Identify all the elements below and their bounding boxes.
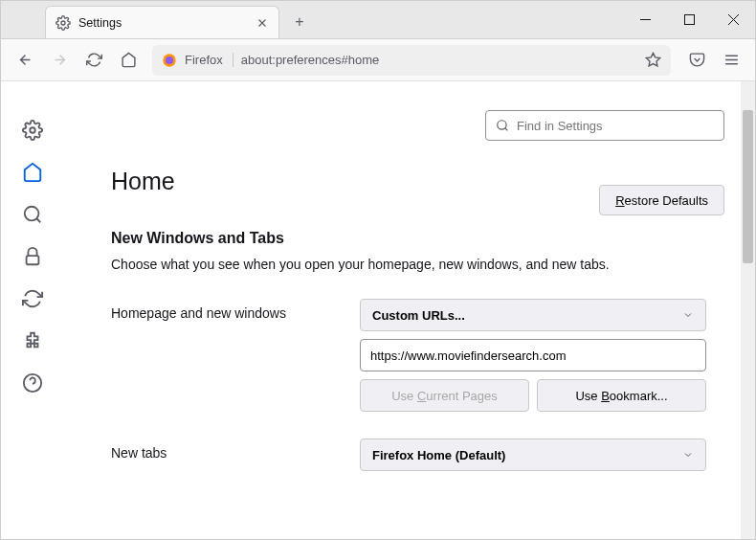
svg-point-5 bbox=[30, 127, 35, 133]
search-icon bbox=[496, 119, 509, 132]
tab-title: Settings bbox=[78, 16, 256, 30]
svg-marker-4 bbox=[646, 53, 659, 65]
scrollbar-thumb[interactable] bbox=[743, 110, 753, 263]
close-window-button[interactable] bbox=[711, 0, 755, 38]
home-button[interactable] bbox=[112, 44, 145, 77]
newtabs-label: New tabs bbox=[111, 439, 360, 461]
sidebar-sync-icon[interactable] bbox=[22, 288, 43, 309]
chevron-down-icon bbox=[682, 309, 694, 321]
sidebar-search-icon[interactable] bbox=[22, 204, 43, 225]
svg-point-9 bbox=[498, 121, 506, 129]
reload-button[interactable] bbox=[78, 44, 110, 77]
browser-tab[interactable]: Settings bbox=[45, 6, 279, 38]
section-header: New Windows and Tabs bbox=[111, 230, 726, 247]
url-address: about:preferences#home bbox=[241, 53, 637, 67]
newtabs-dropdown-value: Firefox Home (Default) bbox=[372, 448, 505, 462]
menu-button[interactable] bbox=[715, 44, 747, 77]
sidebar-help-icon[interactable] bbox=[22, 372, 43, 394]
url-brand: Firefox bbox=[185, 53, 233, 67]
newtabs-dropdown[interactable]: Firefox Home (Default) bbox=[360, 439, 706, 471]
restore-defaults-button[interactable]: Restore Defaults bbox=[599, 185, 724, 215]
svg-point-0 bbox=[61, 21, 65, 25]
url-bar[interactable]: Firefox about:preferences#home bbox=[152, 45, 671, 76]
use-bookmark-button[interactable]: Use Bookmark... bbox=[537, 379, 706, 412]
find-in-settings[interactable] bbox=[485, 110, 724, 141]
pocket-button[interactable] bbox=[680, 44, 713, 77]
firefox-icon bbox=[162, 53, 177, 68]
chevron-down-icon bbox=[682, 449, 694, 461]
svg-point-3 bbox=[166, 56, 173, 64]
sidebar-home-icon[interactable] bbox=[22, 162, 43, 183]
sidebar-privacy-icon[interactable] bbox=[22, 246, 43, 267]
homepage-dropdown[interactable]: Custom URLs... bbox=[360, 299, 706, 331]
maximize-button[interactable] bbox=[667, 0, 711, 38]
close-tab-icon[interactable] bbox=[256, 16, 269, 30]
homepage-dropdown-value: Custom URLs... bbox=[372, 308, 465, 323]
homepage-url-input[interactable] bbox=[360, 339, 706, 371]
find-input[interactable] bbox=[517, 119, 714, 133]
scrollbar-track[interactable] bbox=[741, 81, 755, 539]
sidebar bbox=[1, 81, 63, 539]
sidebar-extensions-icon[interactable] bbox=[22, 330, 43, 351]
section-description: Choose what you see when you open your h… bbox=[111, 257, 726, 272]
bookmark-star-icon[interactable] bbox=[645, 52, 661, 68]
homepage-label: Homepage and new windows bbox=[111, 299, 360, 321]
minimize-button[interactable] bbox=[623, 0, 667, 38]
svg-rect-1 bbox=[684, 14, 694, 24]
forward-button bbox=[43, 44, 76, 77]
svg-point-6 bbox=[24, 207, 38, 221]
use-current-pages-button[interactable]: Use Current Pages bbox=[360, 379, 529, 412]
gear-icon bbox=[56, 15, 71, 31]
svg-rect-7 bbox=[26, 256, 38, 264]
sidebar-general-icon[interactable] bbox=[22, 120, 43, 141]
new-tab-button[interactable]: + bbox=[285, 8, 314, 36]
back-button[interactable] bbox=[9, 44, 41, 77]
